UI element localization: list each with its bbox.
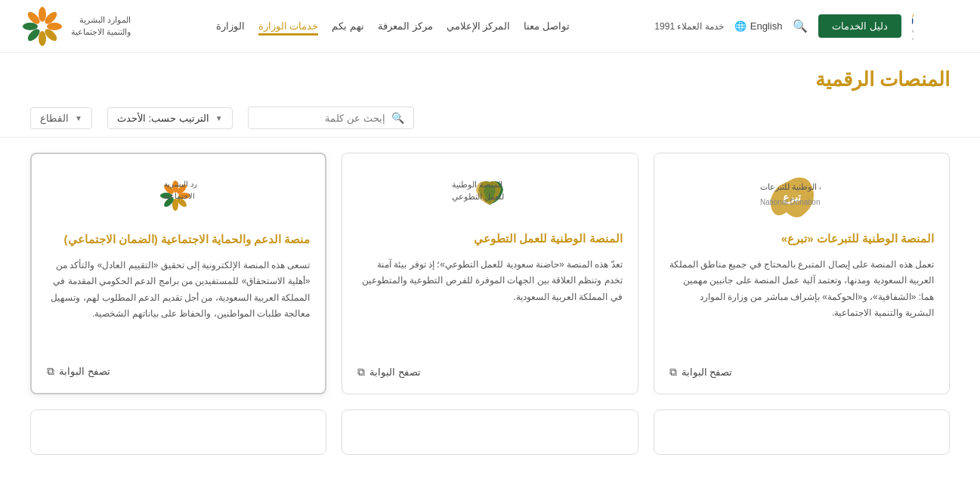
nav-knowledge[interactable]: مركز المعرفة: [378, 17, 433, 36]
external-link-icon: ⧉: [47, 365, 54, 378]
sector-filter[interactable]: ▼ القطاع: [30, 107, 92, 129]
vision-logo: رؤية 2030 VISION MINISTRY OF HUMAN RESOU…: [912, 7, 957, 46]
svg-text:2030: 2030: [912, 15, 914, 27]
svg-point-4: [39, 7, 46, 22]
card-volunteer-desc: تعدّ هذه المنصة «حاضنة سعودية للعمل التط…: [357, 257, 622, 357]
logo-text: الموارد البشرية والتنمية الاجتماعية: [71, 14, 131, 38]
ministry-logo: الموارد البشرية والتنمية الاجتماعية: [23, 7, 131, 46]
external-link-icon: ⧉: [357, 366, 365, 379]
card-tabarru-logo: تبرع المنصة الوطنية للتبرعات National Do…: [669, 168, 934, 221]
nav-care[interactable]: نهم بكم: [332, 17, 364, 36]
sector-label: القطاع: [40, 113, 69, 124]
sort-value: الترتيب حسب: الأحدث: [117, 113, 209, 124]
language-label: English: [750, 20, 783, 32]
svg-text:VISION: VISION: [912, 29, 914, 33]
header-left: رؤية 2030 VISION MINISTRY OF HUMAN RESOU…: [654, 7, 957, 46]
svg-text:الموارد البشرية: الموارد البشرية: [164, 180, 198, 189]
main-nav: تواصل معنا المركز الإعلامي مركز المعرفة …: [216, 17, 570, 36]
cards-section: تبرع المنصة الوطنية للتبرعات National Do…: [0, 138, 980, 470]
card-daman: الموارد البشرية والتنمية الاجتماعية منصة…: [30, 153, 326, 394]
card-daman-title: منصة الدعم والحماية الاجتماعية (الضمان ا…: [47, 231, 310, 249]
card-daman-desc: تسعى هذه المنصة الإلكترونية إلى تحقيق «ا…: [47, 258, 310, 357]
search-icon[interactable]: 🔍: [793, 19, 808, 33]
card-daman-logo: الموارد البشرية والتنمية الاجتماعية: [47, 169, 310, 222]
cards-grid-bottom: [30, 409, 950, 455]
card-volunteer: المنصة الوطنية للعمل التطوعي المنصة الوط…: [342, 153, 638, 394]
nav-tawasol[interactable]: تواصل معنا: [524, 17, 570, 36]
external-link-icon: ⧉: [669, 366, 677, 379]
svg-text:National Donation Platform: National Donation Platform: [760, 198, 821, 206]
svg-text:للعمل التطوعي: للعمل التطوعي: [452, 192, 504, 202]
card-volunteer-title: المنصة الوطنية للعمل التطوعي: [357, 230, 622, 248]
card-daman-link[interactable]: تصفح البوابة ⧉: [47, 365, 310, 378]
card-tabarru-title: المنصة الوطنية للتبرعات «تبرع»: [669, 230, 934, 248]
card-volunteer-link[interactable]: تصفح البوابة ⧉: [357, 366, 622, 379]
page-title-section: المنصات الرقمية: [0, 53, 980, 99]
language-selector[interactable]: English 🌐: [734, 20, 783, 32]
globe-icon: 🌐: [734, 20, 747, 32]
page-title: المنصات الرقمية: [30, 68, 950, 91]
chevron-down-icon: ▼: [75, 114, 82, 122]
nav-media[interactable]: المركز الإعلامي: [447, 17, 511, 36]
sort-filter[interactable]: ▼ الترتيب حسب: الأحدث: [107, 107, 233, 129]
services-button[interactable]: دليل الخدمات: [818, 14, 901, 38]
chevron-down-icon: ▼: [215, 114, 223, 122]
header: رؤية 2030 VISION MINISTRY OF HUMAN RESOU…: [0, 0, 980, 53]
svg-text:المنصة الوطنية: المنصة الوطنية: [452, 180, 502, 190]
volunteer-logo-svg: المنصة الوطنية للعمل التطوعي: [357, 171, 509, 220]
customer-service: خدمة العملاء 1991: [654, 21, 723, 32]
card-tabarru-link-label: تصفح البوابة: [682, 366, 733, 378]
card-tabarru-desc: تعمل هذه المنصة على إيصال المتبرع بالمحت…: [669, 257, 934, 357]
search-filter-icon: 🔍: [391, 112, 404, 124]
svg-point-12: [39, 23, 46, 30]
card-daman-link-label: تصفح البوابة: [59, 366, 110, 377]
svg-text:المنصة الوطنية للتبرعات: المنصة الوطنية للتبرعات: [760, 182, 821, 192]
card-partial-2: [342, 409, 638, 455]
cards-grid: تبرع المنصة الوطنية للتبرعات National Do…: [30, 153, 950, 394]
svg-point-6: [47, 23, 62, 30]
search-input[interactable]: [258, 113, 385, 124]
svg-text:والتنمية الاجتماعية: والتنمية الاجتماعية: [164, 192, 198, 201]
card-tabarru: تبرع المنصة الوطنية للتبرعات National Do…: [654, 153, 950, 394]
tabarru-logo-svg: تبرع المنصة الوطنية للتبرعات National Do…: [669, 171, 821, 220]
card-volunteer-logo: المنصة الوطنية للعمل التطوعي: [357, 168, 622, 221]
svg-point-10: [23, 23, 38, 30]
card-volunteer-link-label: تصفح البوابة: [369, 366, 421, 378]
card-partial-1: [654, 409, 950, 455]
card-partial-3: [30, 409, 326, 455]
ministry-logo-icon: [23, 7, 62, 46]
nav-ministry[interactable]: الوزارة: [216, 17, 245, 36]
card-tabarru-link[interactable]: تصفح البوابة ⧉: [669, 366, 934, 379]
search-group[interactable]: 🔍: [248, 107, 414, 129]
hrsd-logo-svg: الموارد البشرية والتنمية الاجتماعية: [47, 172, 198, 221]
filters-bar: 🔍 ▼ الترتيب حسب: الأحدث ▼ القطاع: [0, 99, 980, 138]
svg-text:MINISTRY OF HUMAN RESOURCES: MINISTRY OF HUMAN RESOURCES: [912, 37, 914, 41]
nav-services[interactable]: خدمات الوزارة: [258, 17, 319, 36]
svg-point-8: [39, 31, 46, 46]
